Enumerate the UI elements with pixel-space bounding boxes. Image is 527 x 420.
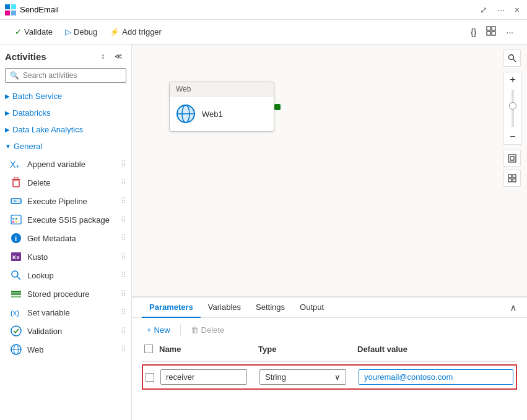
sidebar-item-execute-ssis[interactable]: Execute SSIS package ⠿ <box>0 210 131 229</box>
table-row: String ∨ <box>142 364 517 390</box>
dropdown-chevron-icon: ∨ <box>334 372 341 382</box>
validation-icon <box>10 325 22 337</box>
svg-rect-1 <box>11 4 16 9</box>
expand-window-button[interactable]: ⤢ <box>477 4 490 16</box>
sidebar-item-append-variable[interactable]: X₊ Append variable ⠿ <box>0 155 131 173</box>
tab-variables[interactable]: Variables <box>201 298 248 318</box>
sidebar-item-set-variable[interactable]: (x) Set variable ⠿ <box>0 303 131 322</box>
title-bar: SendEmail ⤢ ··· × <box>0 0 527 20</box>
more-options-button[interactable]: ··· <box>495 4 507 16</box>
canvas-zoom-out-button[interactable]: − <box>504 129 521 144</box>
svg-rect-15 <box>12 218 14 220</box>
sidebar-item-validation[interactable]: Validation ⠿ <box>0 322 131 340</box>
web-activity-icon <box>176 104 196 124</box>
node-box: Web Web1 <box>169 82 274 132</box>
sidebar-item-lookup[interactable]: Lookup ⠿ <box>0 266 131 285</box>
svg-text:Kx: Kx <box>12 254 20 260</box>
append-variable-icon: X₊ <box>10 158 22 170</box>
row-default-value-cell <box>356 368 516 386</box>
title-bar-left: SendEmail <box>5 4 59 15</box>
debug-button[interactable]: ▷ Debug <box>60 25 102 39</box>
title-bar-right: ⤢ ··· × <box>477 4 522 16</box>
svg-line-38 <box>513 59 516 62</box>
activity-node[interactable]: Web Web1 <box>169 82 274 132</box>
drag-icon: ⠿ <box>121 327 126 335</box>
tab-parameters[interactable]: Parameters <box>142 298 201 318</box>
item-label: Get Metadata <box>27 234 76 243</box>
close-button[interactable]: × <box>512 4 522 16</box>
delete-parameter-button[interactable]: 🗑 Delete <box>186 323 230 337</box>
execute-pipeline-icon <box>10 195 22 207</box>
parameter-default-value-input[interactable] <box>359 369 513 385</box>
drag-icon: ⠿ <box>121 271 126 280</box>
svg-rect-40 <box>510 156 514 160</box>
item-label: Lookup <box>27 271 54 280</box>
svg-rect-18 <box>15 221 17 223</box>
category-label: Data Lake Analytics <box>12 125 83 134</box>
title-bar-title: SendEmail <box>20 5 59 14</box>
fit-screen-icon <box>508 154 516 163</box>
parameter-name-input[interactable] <box>160 369 247 385</box>
svg-rect-44 <box>513 179 516 182</box>
drag-icon: ⠿ <box>121 215 126 224</box>
drag-icon: ⠿ <box>121 197 126 205</box>
header-default-value: Default value <box>355 342 517 358</box>
svg-rect-5 <box>492 27 495 30</box>
item-label: Execute Pipeline <box>27 197 87 206</box>
sidebar-item-kusto[interactable]: Kx Kusto ⠿ <box>0 247 131 266</box>
sidebar-category-general[interactable]: ▼ General <box>0 138 131 155</box>
sidebar-filter-button[interactable]: ↕ <box>97 49 108 63</box>
sidebar-item-delete[interactable]: Delete ⠿ <box>0 173 131 192</box>
dataflow-button[interactable] <box>482 24 500 40</box>
canvas-zoom-in-button[interactable]: + <box>504 72 521 87</box>
parameters-table: Name Type Default value String ∨ <box>132 342 527 390</box>
sidebar-item-web[interactable]: Web ⠿ <box>0 340 131 359</box>
svg-rect-27 <box>11 296 21 298</box>
tab-settings[interactable]: Settings <box>248 298 292 318</box>
svg-rect-0 <box>5 4 10 9</box>
node-name-label: Web1 <box>202 109 223 119</box>
new-parameter-button[interactable]: + New <box>142 323 175 337</box>
more-toolbar-button[interactable]: ··· <box>502 24 517 40</box>
category-label: General <box>14 142 42 151</box>
svg-rect-6 <box>487 32 490 35</box>
collapse-panel-button[interactable]: ∧ <box>510 302 517 314</box>
sidebar-category-databricks[interactable]: ▶ Databricks <box>0 105 131 121</box>
canvas-right-toolbar: + − <box>503 49 522 187</box>
search-input[interactable] <box>5 68 126 83</box>
row-checkbox[interactable] <box>146 373 154 382</box>
category-label: Batch Service <box>12 92 62 101</box>
sidebar-collapse-button[interactable]: ≪ <box>111 49 126 63</box>
sidebar-item-get-metadata[interactable]: i Get Metadata ⠿ <box>0 229 131 247</box>
row-type-cell: String ∨ <box>257 368 356 386</box>
layout-button[interactable] <box>503 169 521 187</box>
canvas-search-button[interactable] <box>503 49 521 67</box>
svg-point-37 <box>509 55 514 60</box>
add-trigger-button[interactable]: ⚡ Add trigger <box>105 25 167 39</box>
sidebar-item-execute-pipeline[interactable]: Execute Pipeline ⠿ <box>0 192 131 210</box>
svg-rect-25 <box>11 291 21 293</box>
tab-output[interactable]: Output <box>292 298 331 318</box>
bottom-panel: Parameters Variables Settings Output ∧ +… <box>132 296 527 420</box>
canvas-zoom-slider[interactable] <box>512 90 514 127</box>
sidebar-category-data-lake[interactable]: ▶ Data Lake Analytics <box>0 121 131 138</box>
delete-trash-icon: 🗑 <box>191 325 199 335</box>
canvas-zoom-control: + − <box>503 72 522 145</box>
svg-rect-17 <box>12 221 14 223</box>
validate-button[interactable]: ✓ Validate <box>10 25 58 39</box>
canvas-search-icon <box>508 54 516 62</box>
drag-icon: ⠿ <box>121 308 126 317</box>
parameter-type-select[interactable]: String ∨ <box>259 369 346 385</box>
sidebar-item-stored-procedure[interactable]: Stored procedure ⠿ <box>0 285 131 303</box>
node-connector[interactable] <box>274 104 281 110</box>
drag-icon: ⠿ <box>121 289 126 298</box>
type-value: String <box>265 372 286 382</box>
item-label: Set variable <box>27 308 70 317</box>
code-button[interactable]: {} <box>467 24 480 40</box>
canvas[interactable]: Web Web1 <box>132 45 527 296</box>
fit-screen-button[interactable] <box>503 150 521 167</box>
plus-icon: + <box>147 325 152 335</box>
sidebar-category-batch-service[interactable]: ▶ Batch Service <box>0 88 131 105</box>
set-variable-icon: (x) <box>10 306 22 319</box>
header-checkbox[interactable] <box>144 345 153 353</box>
